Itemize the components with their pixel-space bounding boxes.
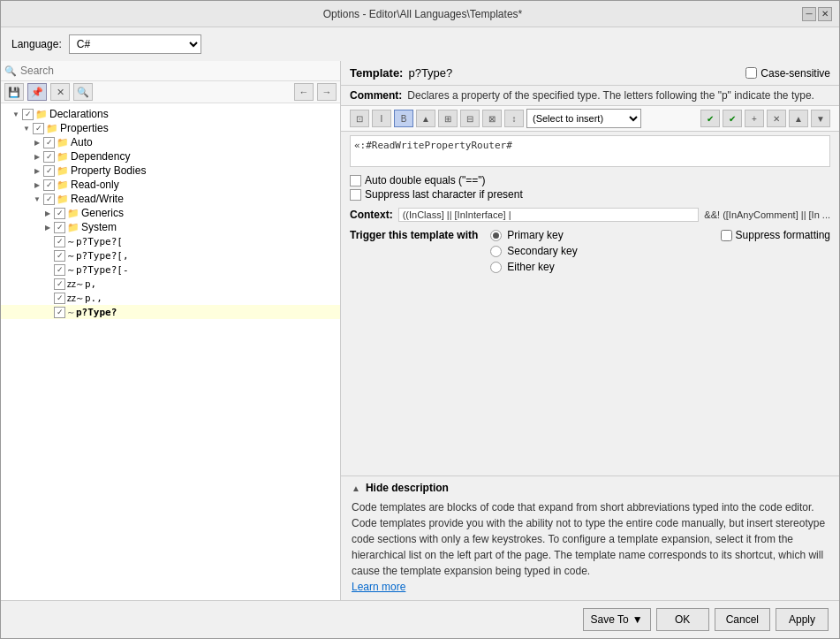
auto-double-equals-checkbox[interactable]	[350, 175, 361, 186]
case-sensitive-checkbox[interactable]	[745, 67, 757, 79]
tree-row-ptype1[interactable]: ✓ ∼ p?Type?[	[1, 234, 340, 248]
checkbox-read-write[interactable]: ✓	[43, 194, 55, 205]
checkbox-properties[interactable]: ✓	[33, 123, 44, 134]
description-toggle[interactable]: ▲ Hide description	[352, 482, 829, 494]
checkbox-zp1[interactable]: ✓	[54, 278, 65, 290]
expander-zp1	[42, 278, 54, 290]
context-value: ((InClass] || [InInterface] |	[398, 208, 700, 222]
ed-btn-7[interactable]: ⊠	[482, 110, 502, 127]
tree-row-ptype2[interactable]: ✓ ∼ p?Type?[,	[1, 248, 340, 262]
radio-primary-circle[interactable]	[490, 230, 502, 241]
apply-button[interactable]: Apply	[776, 608, 829, 631]
auto-double-equals-wrap[interactable]: Auto double equals ("==")	[350, 174, 486, 186]
checkbox-system[interactable]: ✓	[54, 222, 65, 233]
clear-toolbar-btn[interactable]: ✕	[50, 83, 70, 101]
language-select[interactable]: C#	[69, 34, 201, 54]
tree-label-ptype3: p?Type?[-	[76, 264, 129, 276]
tree-row-zp1[interactable]: ✓ zz∼ p,	[1, 277, 340, 291]
tree-row-dependency[interactable]: ▶ ✓ 📁 Dependency	[1, 149, 340, 164]
radio-either-label: Either key	[507, 261, 554, 273]
save-toolbar-btn[interactable]: 💾	[4, 83, 24, 101]
ed-add[interactable]: +	[745, 110, 764, 127]
minimize-button[interactable]: ─	[802, 7, 816, 21]
expander-ptype1	[42, 235, 54, 247]
ed-down[interactable]: ▼	[811, 110, 830, 127]
search-input[interactable]	[20, 65, 337, 77]
checkbox-ptype2[interactable]: ✓	[54, 250, 65, 262]
expander-zp2	[42, 292, 54, 304]
checkbox-property-bodies[interactable]: ✓	[43, 165, 55, 177]
tree-row-auto[interactable]: ▶ ✓ 📁 Auto	[1, 135, 340, 149]
pin-toolbar-btn[interactable]: 📌	[27, 83, 47, 101]
tree-label-generics: Generics	[81, 207, 124, 219]
ed-btn-5[interactable]: ⊞	[438, 110, 458, 127]
cancel-button[interactable]: Cancel	[715, 608, 770, 631]
checkbox-auto[interactable]: ✓	[43, 137, 55, 148]
tree-row-system[interactable]: ▶ ✓ 📁 System	[1, 220, 340, 234]
suppress-last-char-checkbox[interactable]	[350, 189, 361, 201]
tree-row-ptype3[interactable]: ✓ ∼ p?Type?[-	[1, 262, 340, 277]
folder-icon-declarations: 📁	[35, 109, 48, 120]
checkbox-ptype3[interactable]: ✓	[54, 264, 65, 276]
template-icon-ptype3: ∼	[67, 265, 74, 275]
back-toolbar-btn[interactable]: ←	[294, 83, 314, 101]
checkbox-read-only[interactable]: ✓	[43, 179, 55, 191]
learn-more-link[interactable]: Learn more	[352, 581, 405, 593]
tree-row-read-write[interactable]: ▼ ✓ 📁 Read/Write	[1, 192, 340, 206]
tree-row-ptype-selected[interactable]: ✓ ∼ p?Type?	[1, 305, 340, 319]
options-row2: Suppress last character if present	[341, 185, 839, 204]
checkbox-zp2[interactable]: ✓	[54, 293, 65, 304]
save-to-button[interactable]: Save To ▼	[583, 608, 651, 631]
suppress-formatting-checkbox[interactable]	[721, 230, 732, 241]
expander-declarations[interactable]: ▼	[10, 108, 22, 120]
tree-row-declarations[interactable]: ▼ ✓ 📁 Declarations	[1, 107, 340, 121]
tree-row-property-bodies[interactable]: ▶ ✓ 📁 Property Bodies	[1, 164, 340, 178]
tree-row-properties[interactable]: ▼ ✓ 📁 Properties	[1, 121, 340, 135]
tree-row-read-only[interactable]: ▶ ✓ 📁 Read-only	[1, 178, 340, 192]
checkbox-ptype-selected[interactable]: ✓	[54, 307, 65, 318]
template-icon-zp2: zz∼	[67, 293, 83, 303]
ed-green-check2[interactable]: ✔	[723, 110, 742, 127]
expander-properties[interactable]: ▼	[20, 122, 33, 134]
context-label: Context:	[350, 209, 393, 221]
ed-up[interactable]: ▲	[789, 110, 808, 127]
checkbox-ptype1[interactable]: ✓	[54, 236, 65, 247]
search-toolbar-btn[interactable]: 🔍	[73, 83, 93, 101]
ed-green-check[interactable]: ✔	[700, 110, 720, 127]
ok-button[interactable]: OK	[656, 608, 709, 631]
insert-select-wrap: (Select to insert)	[526, 109, 641, 128]
ed-btn-1[interactable]: ⊡	[350, 110, 369, 127]
tree-row-generics[interactable]: ▶ ✓ 📁 Generics	[1, 206, 340, 220]
radio-primary[interactable]: Primary key	[490, 229, 577, 241]
ed-btn-8[interactable]: ↕	[504, 110, 524, 127]
expander-property-bodies[interactable]: ▶	[31, 164, 43, 177]
ed-btn-4[interactable]: ▲	[416, 110, 435, 127]
radio-either[interactable]: Either key	[490, 261, 577, 273]
radio-secondary-label: Secondary key	[507, 245, 577, 257]
suppress-last-char-wrap[interactable]: Suppress last character if present	[350, 188, 523, 201]
expander-read-write[interactable]: ▼	[31, 193, 43, 205]
insert-select[interactable]: (Select to insert)	[526, 109, 641, 128]
checkbox-dependency[interactable]: ✓	[43, 151, 55, 163]
checkbox-declarations[interactable]: ✓	[22, 109, 34, 120]
ed-btn-3[interactable]: B	[394, 110, 413, 127]
ed-remove[interactable]: ✕	[767, 110, 786, 127]
forward-toolbar-btn[interactable]: →	[317, 83, 337, 101]
code-area[interactable]: «:#ReadWritePropertyRouter#	[350, 135, 830, 167]
expander-read-only[interactable]: ▶	[31, 179, 43, 191]
ed-btn-2[interactable]: I	[372, 110, 391, 127]
radio-secondary-circle[interactable]	[490, 246, 502, 257]
expander-dependency[interactable]: ▶	[31, 150, 43, 163]
expander-auto[interactable]: ▶	[31, 136, 43, 148]
radio-either-circle[interactable]	[490, 262, 502, 273]
radio-secondary[interactable]: Secondary key	[490, 245, 577, 257]
checkbox-generics[interactable]: ✓	[54, 208, 65, 219]
ed-btn-6[interactable]: ⊟	[460, 110, 480, 127]
folder-icon-property-bodies: 📁	[57, 165, 69, 177]
expander-ptype3	[42, 263, 54, 276]
expander-generics[interactable]: ▶	[42, 207, 54, 219]
tree-row-zp2[interactable]: ✓ zz∼ p.,	[1, 291, 340, 305]
close-button[interactable]: ✕	[818, 7, 832, 21]
expander-system[interactable]: ▶	[42, 221, 54, 233]
template-header: Template: p?Type? Case-sensitive	[341, 61, 839, 86]
